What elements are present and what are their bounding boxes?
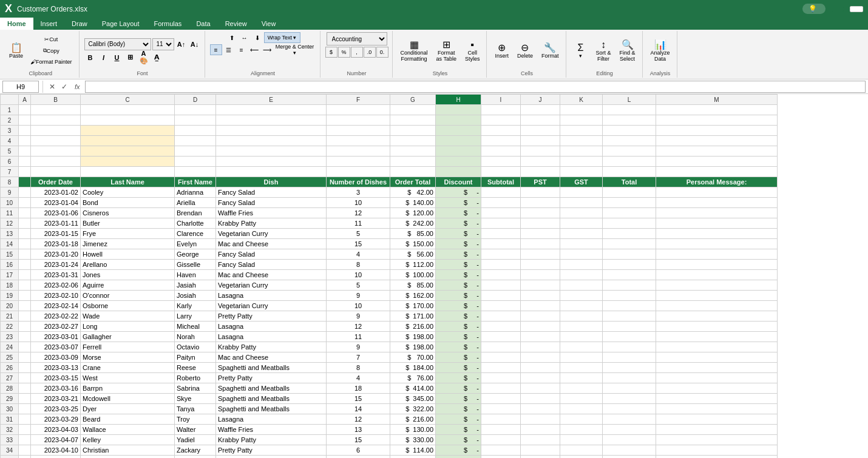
cell-m5[interactable]: [656, 146, 778, 157]
row-header-6[interactable]: 6: [1, 157, 19, 167]
format-button[interactable]: 🔧 Format: [538, 41, 562, 61]
cell-e3[interactable]: [216, 126, 327, 136]
bold-button[interactable]: B: [84, 52, 97, 64]
row-header-4[interactable]: 4: [1, 136, 19, 146]
percent-button[interactable]: $: [325, 47, 337, 58]
font-size-select[interactable]: 11: [152, 38, 174, 50]
formula-input[interactable]: [85, 81, 866, 93]
align-left-button[interactable]: ≡: [210, 44, 222, 55]
cell-l2[interactable]: [603, 115, 656, 126]
cell-i7[interactable]: [481, 167, 521, 177]
tab-data[interactable]: Data: [189, 18, 217, 30]
cell-b7[interactable]: [31, 167, 81, 177]
conditional-formatting-button[interactable]: ▦ ConditionalFormatting: [398, 38, 431, 64]
cell-f4[interactable]: [327, 136, 390, 146]
cell-g5[interactable]: [390, 146, 436, 157]
cell-g4[interactable]: [390, 136, 436, 146]
col-header-l[interactable]: L: [603, 95, 656, 105]
cell-d1[interactable]: [175, 105, 216, 115]
insert-button[interactable]: ⊕ Insert: [492, 41, 512, 61]
cell-h6[interactable]: [436, 157, 481, 167]
cell-k6[interactable]: [560, 157, 603, 167]
col-header-b[interactable]: B: [31, 95, 81, 105]
cell-c4-label[interactable]: [81, 136, 175, 146]
col-order-date[interactable]: Order Date: [31, 177, 81, 187]
comments-button[interactable]: [850, 6, 863, 12]
cell-b2[interactable]: [31, 115, 81, 126]
italic-button[interactable]: I: [98, 52, 110, 64]
cell-f7[interactable]: [327, 167, 390, 177]
row-header-3[interactable]: 3: [1, 126, 19, 136]
cell-m3[interactable]: [656, 126, 778, 136]
wrap-text-button[interactable]: Wrap Text ▾: [264, 32, 300, 43]
cut-button[interactable]: ✂Cut: [27, 35, 75, 44]
cell-e1[interactable]: [216, 105, 327, 115]
find-select-button[interactable]: 🔍 Find &Select: [617, 38, 639, 64]
cell-styles-button[interactable]: ▪ CellStyles: [462, 38, 483, 64]
cell-a7[interactable]: [19, 167, 31, 177]
cell-a1[interactable]: [19, 105, 31, 115]
col-subtotal[interactable]: Subtotal: [481, 177, 521, 187]
cell-m4[interactable]: [656, 136, 778, 146]
cell-e5[interactable]: [216, 146, 327, 157]
col-header-h[interactable]: H: [436, 95, 481, 105]
confirm-formula-button[interactable]: ✓: [59, 81, 70, 92]
decrease-decimal-button[interactable]: 0.: [376, 47, 388, 58]
cell-b4[interactable]: [31, 136, 81, 146]
cell-reference-input[interactable]: [2, 81, 39, 93]
tab-page-layout[interactable]: Page Layout: [95, 18, 147, 30]
cell-i3[interactable]: [481, 126, 521, 136]
cell-c6-label[interactable]: [81, 157, 175, 167]
align-bottom-button[interactable]: ⬇: [251, 32, 263, 43]
tab-insert[interactable]: Insert: [33, 18, 65, 30]
col-header-c[interactable]: C: [81, 95, 175, 105]
row-header-7[interactable]: 7: [1, 167, 19, 177]
col-discount[interactable]: Discount: [436, 177, 481, 187]
cell-m2[interactable]: [656, 115, 778, 126]
cell-i5[interactable]: [481, 146, 521, 157]
tab-draw[interactable]: Draw: [64, 18, 95, 30]
cell-g3[interactable]: [390, 126, 436, 136]
decrease-indent-button[interactable]: ⟵: [248, 44, 260, 55]
cell-j6[interactable]: [521, 157, 560, 167]
cell-a2[interactable]: [19, 115, 31, 126]
col-first-name[interactable]: First Name: [175, 177, 216, 187]
cell-b6[interactable]: [31, 157, 81, 167]
cell-g7[interactable]: [390, 167, 436, 177]
copy-button[interactable]: ⧉Copy: [27, 45, 75, 56]
col-header-j[interactable]: J: [521, 95, 560, 105]
cell-d7[interactable]: [175, 167, 216, 177]
tab-review[interactable]: Review: [218, 18, 254, 30]
col-header-i[interactable]: I: [481, 95, 521, 105]
decrease-font-button[interactable]: A↓: [189, 38, 201, 50]
format-painter-button[interactable]: 🖌Format Painter: [27, 57, 75, 67]
cell-m1[interactable]: [656, 105, 778, 115]
cell-h7[interactable]: [436, 167, 481, 177]
col-dish[interactable]: Dish: [216, 177, 327, 187]
cell-a4[interactable]: [19, 136, 31, 146]
col-last-name[interactable]: Last Name: [81, 177, 175, 187]
autosum-button[interactable]: Σ ▾: [571, 41, 591, 61]
cell-f1[interactable]: [327, 105, 390, 115]
cell-c7[interactable]: [81, 167, 175, 177]
cell-f2[interactable]: [327, 115, 390, 126]
cell-m6[interactable]: [656, 157, 778, 167]
cell-a5[interactable]: [19, 146, 31, 157]
col-header-m[interactable]: M: [656, 95, 778, 105]
cell-f3[interactable]: [327, 126, 390, 136]
cell-j5[interactable]: [521, 146, 560, 157]
cell-h2[interactable]: [436, 115, 481, 126]
cell-j2[interactable]: [521, 115, 560, 126]
increase-indent-button[interactable]: ⟶: [261, 44, 273, 55]
comma-button[interactable]: %: [338, 47, 350, 58]
cell-c1[interactable]: [81, 105, 175, 115]
col-header-f[interactable]: F: [327, 95, 390, 105]
cell-h5[interactable]: [436, 146, 481, 157]
sort-filter-button[interactable]: ↕ Sort &Filter: [593, 38, 614, 64]
delete-button[interactable]: ⊖ Delete: [514, 41, 536, 61]
tab-view[interactable]: View: [254, 18, 283, 30]
font-name-select[interactable]: Calibri (Body): [84, 38, 151, 50]
analyze-data-button[interactable]: 📊 AnalyzeData: [648, 38, 673, 64]
align-top-button[interactable]: ⬆: [226, 32, 238, 43]
cell-b3[interactable]: [31, 126, 81, 136]
